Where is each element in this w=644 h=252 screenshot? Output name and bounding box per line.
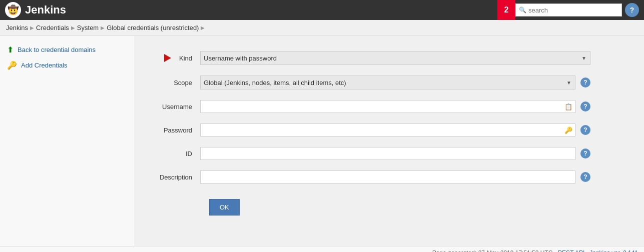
main-content: ⬆ Back to credential domains 🔑 Add Crede… — [0, 36, 644, 246]
breadcrumb-jenkins[interactable]: Jenkins — [6, 24, 28, 32]
username-row: Username 📋 ? — [150, 95, 629, 118]
id-input[interactable] — [200, 147, 575, 160]
footer: Page generated: 27-May-2019 17:51:50 UTC… — [0, 246, 644, 252]
breadcrumb-arrow-1: ▶ — [30, 25, 34, 30]
id-input-cell: ? — [200, 142, 629, 166]
password-input-wrapper: 🔑 — [200, 124, 575, 136]
sidebar-back-label: Back to credential domains — [18, 46, 96, 54]
username-field-group: 📋 ? — [200, 100, 625, 113]
id-label-cell: ID — [150, 142, 200, 166]
form-content: Kind Username with password SSH Username… — [135, 36, 644, 246]
page-generated-text: Page generated: 27-May-2019 17:51:50 UTC — [432, 250, 553, 252]
breadcrumb-arrow-4: ▶ — [201, 25, 205, 30]
scope-select[interactable]: Global (Jenkins, nodes, items, all child… — [200, 76, 575, 90]
kind-select[interactable]: Username with password SSH Username with… — [200, 51, 590, 65]
scope-help-button[interactable]: ? — [580, 78, 590, 88]
back-icon: ⬆ — [7, 45, 14, 54]
password-label-cell: Password — [150, 118, 200, 142]
header-right: 2 🔍 ? — [497, 0, 639, 20]
breadcrumb-arrow-2: ▶ — [71, 25, 75, 30]
username-field-icon: 📋 — [564, 103, 572, 110]
scope-label: Scope — [174, 79, 192, 86]
kind-label: Kind — [179, 54, 192, 62]
description-help-button[interactable]: ? — [580, 172, 590, 182]
jenkins-logo[interactable]: 🤠 Jenkins — [5, 2, 66, 18]
rest-api-link[interactable]: REST API — [557, 250, 584, 252]
scope-field-group: Global (Jenkins, nodes, items, all child… — [200, 76, 625, 90]
sidebar-item-back[interactable]: ⬆ Back to credential domains — [0, 42, 135, 58]
username-help-button[interactable]: ? — [580, 102, 590, 112]
kind-select-wrapper: Username with password SSH Username with… — [200, 51, 590, 65]
username-input[interactable] — [200, 100, 575, 113]
scope-label-cell: Scope — [150, 70, 200, 95]
breadcrumb-arrow-3: ▶ — [101, 25, 105, 30]
search-box: 🔍 — [515, 4, 622, 16]
add-credentials-icon: 🔑 — [7, 60, 17, 70]
header: 🤠 Jenkins 2 🔍 ? — [0, 0, 644, 20]
kind-arrow-icon — [164, 54, 171, 62]
jenkins-version-link[interactable]: Jenkins ver. 2.141 — [589, 250, 638, 252]
password-help-button[interactable]: ? — [580, 125, 590, 135]
sidebar: ⬆ Back to credential domains 🔑 Add Crede… — [0, 36, 135, 246]
id-help-button[interactable]: ? — [580, 148, 590, 158]
description-label: Description — [160, 174, 192, 181]
build-count-badge[interactable]: 2 — [497, 0, 515, 20]
kind-row: Kind Username with password SSH Username… — [150, 46, 629, 70]
id-label: ID — [186, 150, 192, 158]
credentials-form: Kind Username with password SSH Username… — [150, 46, 629, 189]
help-icon[interactable]: ? — [625, 3, 639, 17]
password-input[interactable] — [200, 124, 575, 136]
description-label-cell: Description — [150, 166, 200, 189]
jenkins-icon: 🤠 — [5, 2, 21, 18]
description-field-group: ? — [200, 170, 625, 184]
description-input[interactable] — [200, 170, 575, 184]
id-field-group: ? — [200, 147, 625, 160]
breadcrumb-system[interactable]: System — [77, 24, 99, 32]
password-field-group: 🔑 ? — [200, 124, 625, 136]
breadcrumb-global[interactable]: Global credentials (unrestricted) — [107, 24, 199, 32]
scope-input-cell: Global (Jenkins, nodes, items, all child… — [200, 70, 629, 95]
username-label: Username — [162, 103, 192, 110]
kind-input-cell: Username with password SSH Username with… — [200, 46, 629, 70]
username-input-cell: 📋 ? — [200, 95, 629, 118]
password-label: Password — [164, 126, 192, 134]
kind-label-cell: Kind — [150, 46, 200, 70]
scope-select-wrapper: Global (Jenkins, nodes, items, all child… — [200, 76, 575, 90]
password-row: Password 🔑 ? — [150, 118, 629, 142]
sidebar-item-add-credentials[interactable]: 🔑 Add Credentials — [0, 58, 135, 73]
id-row: ID ? — [150, 142, 629, 166]
scope-row: Scope Global (Jenkins, nodes, items, all… — [150, 70, 629, 95]
sidebar-add-label: Add Credentials — [21, 62, 68, 69]
search-input[interactable] — [528, 6, 618, 14]
password-input-cell: 🔑 ? — [200, 118, 629, 142]
description-row: Description ? — [150, 166, 629, 189]
username-label-cell: Username — [150, 95, 200, 118]
breadcrumb: Jenkins ▶ Credentials ▶ System ▶ Global … — [0, 20, 644, 36]
search-icon: 🔍 — [519, 6, 526, 14]
username-input-wrapper: 📋 — [200, 100, 575, 113]
ok-button[interactable]: OK — [209, 199, 240, 216]
jenkins-title: Jenkins — [25, 4, 66, 16]
password-field-icon: 🔑 — [564, 126, 572, 134]
description-input-cell: ? — [200, 166, 629, 189]
breadcrumb-credentials[interactable]: Credentials — [36, 24, 69, 32]
